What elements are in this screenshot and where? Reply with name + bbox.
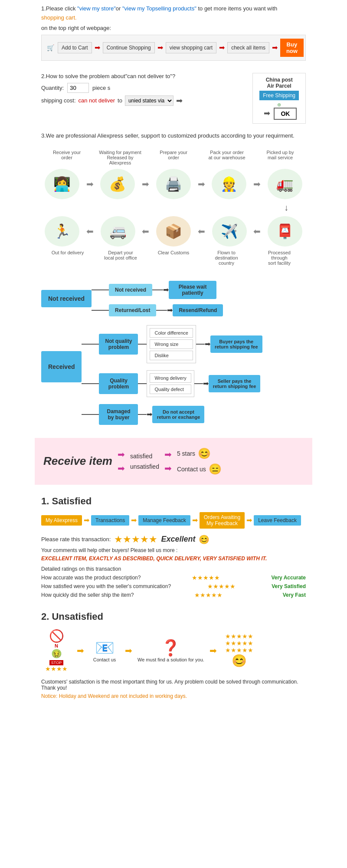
process-icons-row2: 📮 ⬅ ✈️ ⬅ 📦 ⬅ 🚐 ⬅ 🏃 — [41, 216, 306, 247]
no-sign-icon: 🚫 — [41, 629, 72, 643]
nq-line1 — [82, 344, 99, 345]
unsat-arrow3: ➡ — [210, 645, 217, 656]
fb-step2[interactable]: Transactions — [91, 515, 129, 526]
not-received-branches: Not received ➡ Please wait patiently Ret… — [92, 281, 223, 316]
rating3-label: How quickly did the seller ship the item… — [41, 592, 134, 598]
notice-orange: Notice: Holiday and Weekend are not incl… — [41, 693, 306, 699]
nr-arrow2: ➡ — [167, 306, 173, 314]
satisfaction-arrows: ➡ ➡ — [118, 449, 125, 473]
rating3-value: Very Fast — [283, 592, 306, 598]
proc-arrow7: ⬅ — [142, 226, 149, 237]
unsat-step4: ★★★★★ ★★★★★ ★★★★★ 😊 — [222, 633, 257, 668]
section2: China postAir Parcel Free Shipping ⊕ ➡ O… — [35, 69, 312, 128]
process-icon4: 👷 — [212, 169, 246, 199]
not-received-main: Not received — [41, 290, 92, 307]
question-icon: ❓ — [137, 639, 204, 657]
d-arrow: ➡ — [147, 410, 152, 418]
fb-step5[interactable]: Leave Feedback — [254, 515, 301, 526]
process-icon8: 📦 — [156, 216, 191, 247]
process-label10: Processed through sort facility — [260, 250, 299, 266]
shipping-select[interactable]: unied states via — [125, 95, 174, 106]
proc-arrow6: ⬅ — [86, 226, 94, 237]
process-icon5: 🚛 — [268, 169, 302, 199]
quality-box: Quality problem — [99, 373, 138, 394]
shipping-arrow: ➡ — [176, 96, 183, 105]
rating2-stars: ★★★★★ — [207, 583, 236, 590]
process-label4: Pack your order at our warehouse — [205, 150, 249, 165]
notice-text: Customers' satisfaction is the most impo… — [41, 679, 306, 691]
unsatisfied-label: unsatisfied — [130, 463, 159, 470]
unsat-step3: ❓ We must find a solution for you. — [137, 639, 204, 662]
five-stars-label: 5 stars — [177, 450, 195, 457]
d-line1 — [82, 414, 99, 415]
no-quality-result: Buyer pays the return shipping fee — [210, 335, 262, 353]
received-main: Received — [41, 351, 82, 382]
satisfied-emoji: 😊 — [198, 447, 211, 460]
rating1-value: Very Accurate — [271, 575, 306, 581]
intro-text3: to get more items you want with — [196, 5, 277, 12]
arrow3: ➡ — [219, 43, 225, 52]
satisfied-section: 1. Satisfied My Aliexpress ➡ Transaction… — [35, 489, 312, 605]
result-stars2: ★★★★★ — [222, 640, 257, 647]
china-post-title: China postAir Parcel — [259, 77, 299, 89]
unsat-step1-stars: ★★★★ — [41, 665, 72, 672]
unsat-flow: 🚫 N 🤢 STOP ★★★★ ➡ 📧 Contact us ➡ ❓ We mu… — [41, 629, 306, 672]
shopping-cart-text: shopping cart. — [41, 14, 77, 21]
satisfaction-section: Receive item ➡ ➡ satisfied unsatisfied ➡… — [35, 438, 312, 485]
q-line2 — [138, 383, 147, 384]
excellent-emoji: 😊 — [199, 534, 210, 545]
cart-steps-bar: 🛒 Add to Cart ➡ Continue Shopping ➡ view… — [41, 35, 306, 61]
cart-step-add[interactable]: Add to Cart — [58, 42, 92, 53]
section3: 3.We are professional Aliexpress seller,… — [35, 128, 312, 143]
received-quality-branch: Quality problem Wrong delivery Quality d… — [82, 370, 262, 397]
process-label8: Clear Customs — [154, 250, 193, 266]
stop-sign: STOP — [49, 660, 63, 665]
cart-step-check[interactable]: check all items — [227, 42, 269, 53]
rating-row2: How satisfied were you with the seller's… — [41, 583, 306, 590]
intro-text1: 1.Please click — [41, 5, 77, 12]
comments-text: Your comments will help other buyers! Pl… — [41, 547, 306, 553]
sick-face: 🤢 — [41, 648, 72, 659]
received-branches: Not quality problem Color difference Wro… — [82, 325, 262, 425]
nq-line2 — [138, 344, 147, 345]
quantity-row: Quantity: piece s — [41, 83, 248, 93]
ok-button[interactable]: OK — [274, 108, 297, 120]
rating-row3: How quickly did the seller ship the item… — [41, 592, 306, 598]
buy-now-button[interactable]: Buy now — [280, 39, 304, 57]
satisfaction-result-arrows: ➡ ➡ — [164, 449, 172, 473]
china-post-box: China postAir Parcel Free Shipping ⊕ ➡ O… — [252, 73, 306, 124]
rating-row1: How accurate was the product description… — [41, 574, 306, 581]
received-tree: Received Not quality problem Color diffe… — [41, 325, 306, 425]
fb-step3[interactable]: Manage Feedback — [138, 515, 190, 526]
result-stars1: ★★★★★ — [222, 633, 257, 640]
unsatisfied-title: 2. Unsatisfied — [41, 611, 306, 622]
contact-us-label: Contact us — [177, 466, 206, 473]
view-store-link[interactable]: "view my store" — [77, 5, 116, 12]
section3-text: 3.We are professional Aliexpress seller,… — [41, 132, 306, 139]
arrow1: ➡ — [95, 43, 100, 52]
view-topselling-link[interactable]: "view my Topselling products" — [122, 5, 196, 12]
process-label6: Out for delivery — [48, 250, 87, 266]
section2-title-text: 2.How to solve the problem about"can not… — [41, 73, 175, 79]
fb-step4[interactable]: Orders Awaiting My Feedback — [200, 512, 245, 529]
rate-row: Please rate this transaction: ★★★★★ Exce… — [41, 534, 306, 545]
process-icon3: 🖨️ — [156, 169, 191, 199]
email-icon: 📧 — [89, 639, 120, 657]
received-no-quality-branch: Not quality problem Color difference Wro… — [82, 325, 262, 363]
process-label7: Depart your local post office — [101, 250, 140, 266]
excellent-text: Excellent — [161, 535, 195, 544]
fb-step1[interactable]: My Aliexpress — [41, 515, 82, 526]
unsat-arrow2: ➡ — [125, 645, 132, 656]
free-shipping-badge: Free Shipping — [259, 91, 299, 100]
rating1-stars: ★★★★★ — [192, 574, 220, 581]
cart-step-continue[interactable]: Continue Shopping — [103, 42, 155, 53]
nq-issue2: Wrong size — [150, 339, 193, 349]
process-label3: Prepare your order — [154, 150, 193, 165]
cart-step-view[interactable]: view shopping cart — [166, 42, 216, 53]
unsatisfied-result-row: Contact us 😑 — [177, 463, 222, 475]
solution-label: We must find a solution for you. — [137, 657, 204, 662]
damaged-result: Do not accept return or exchange — [152, 406, 204, 423]
quantity-input[interactable] — [67, 83, 89, 93]
sat-result-arrow1: ➡ — [164, 449, 172, 460]
down-arrow: ↓ — [41, 203, 288, 213]
